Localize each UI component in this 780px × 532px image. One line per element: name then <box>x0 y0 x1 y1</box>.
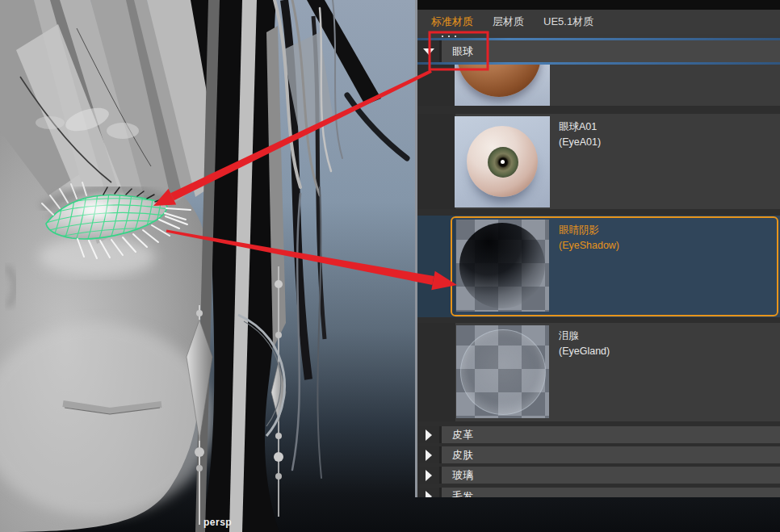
collapse-toggle[interactable] <box>417 426 439 443</box>
section-label: 皮革 <box>452 428 473 442</box>
material-code: (EyeA01) <box>559 135 601 150</box>
section-label: 眼球 <box>452 44 473 59</box>
collapse-toggle[interactable] <box>417 40 439 62</box>
material-row-eyeshadow-selected[interactable]: 眼睛阴影 (EyeShadow) <box>417 216 780 317</box>
glass-sphere-thumbnail <box>456 325 549 418</box>
material-tab-bar: 标准材质 层材质 UE5.1材质 <box>417 10 780 34</box>
material-row-partial[interactable] <box>417 65 780 106</box>
tab-standard-material[interactable]: 标准材质 <box>421 15 483 29</box>
material-library-panel: 标准材质 层材质 UE5.1材质 眼球 眼球A01 (EyeA01) 眼睛阴影 … <box>415 0 780 497</box>
section-label: 玻璃 <box>452 468 473 483</box>
section-header-glass[interactable]: 玻璃 <box>417 467 780 484</box>
section-header-hair-clipped[interactable]: 毛发 <box>417 488 780 497</box>
section-header-skin[interactable]: 皮肤 <box>417 446 780 463</box>
section-header-leather[interactable]: 皮革 <box>417 426 780 443</box>
section-header-eyeball[interactable]: 眼球 <box>417 40 780 62</box>
material-name: 眼睛阴影 <box>559 223 619 238</box>
collapse-toggle[interactable] <box>417 446 439 463</box>
material-row-eyegland[interactable]: 泪腺 (EyeGland) <box>417 323 780 421</box>
chevron-down-icon <box>423 48 434 55</box>
collapse-toggle[interactable] <box>417 467 439 484</box>
tab-ue51-material[interactable]: UE5.1材质 <box>534 15 603 29</box>
section-label: 毛发 <box>452 489 473 498</box>
material-code: (EyeGland) <box>559 344 610 359</box>
tab-layer-material[interactable]: 层材质 <box>483 15 534 29</box>
material-name: 泪腺 <box>559 329 610 344</box>
section-label: 皮肤 <box>452 448 473 463</box>
collapse-toggle[interactable] <box>417 488 439 497</box>
camera-label: persp <box>203 517 232 528</box>
chevron-right-icon <box>426 491 432 498</box>
app-window: { "viewport": { "camera_label": "persp" … <box>0 0 780 532</box>
chevron-right-icon <box>426 470 432 481</box>
panel-top-strip <box>417 0 780 10</box>
eyeball-thumbnail <box>455 116 550 207</box>
eyeball-thumbnail-partial <box>455 65 550 106</box>
chevron-right-icon <box>426 450 432 461</box>
material-code: (EyeShadow) <box>559 238 619 253</box>
material-name: 眼球A01 <box>559 119 601 135</box>
chevron-right-icon <box>426 429 432 441</box>
shadow-sphere-thumbnail <box>456 220 549 312</box>
material-row-eyea01[interactable]: 眼球A01 (EyeA01) <box>417 114 780 209</box>
